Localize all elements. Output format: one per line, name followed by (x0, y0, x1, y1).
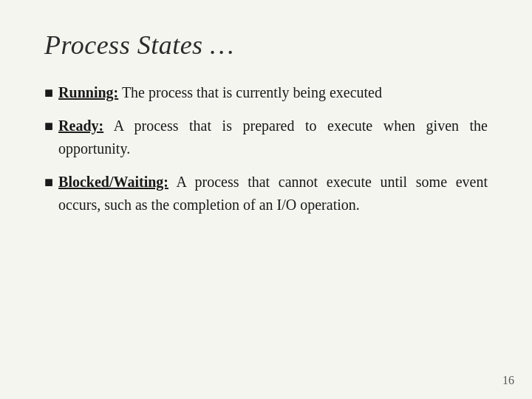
term-running: Running: (58, 84, 118, 100)
bullet-body-running: The process that is currently being exec… (118, 84, 382, 100)
term-blocked: Blocked/Waiting: (58, 174, 168, 190)
bullet-text-ready: Ready: A process that is prepared to exe… (58, 115, 488, 160)
page-number: 16 (502, 374, 514, 387)
bullet-marker-running: ■ (44, 81, 57, 104)
slide-content: ■ Running: The process that is currently… (44, 81, 488, 216)
bullet-text-blocked: Blocked/Waiting: A process that cannot e… (58, 171, 488, 216)
bullet-marker-blocked: ■ (44, 171, 57, 194)
bullet-ready: ■ Ready: A process that is prepared to e… (44, 115, 488, 160)
term-ready: Ready: (58, 117, 103, 134)
slide-title: Process States … (44, 30, 488, 61)
bullet-blocked: ■ Blocked/Waiting: A process that cannot… (44, 171, 488, 216)
slide: Process States … ■ Running: The process … (0, 0, 532, 399)
bullet-running: ■ Running: The process that is currently… (44, 81, 488, 104)
bullet-body-ready: A process that is prepared to execute wh… (58, 117, 488, 157)
bullet-text-running: Running: The process that is currently b… (58, 81, 488, 104)
bullet-marker-ready: ■ (44, 115, 57, 137)
